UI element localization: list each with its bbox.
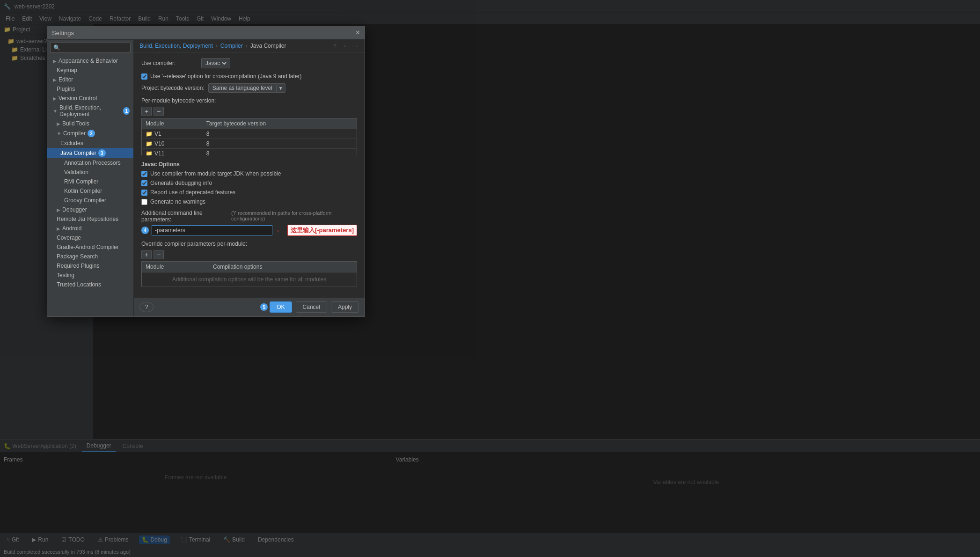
table-row[interactable]: 📁V11 8 xyxy=(142,149,357,156)
add-override-button[interactable]: + xyxy=(141,250,152,259)
nav-remote-jar[interactable]: Remote Jar Repositories xyxy=(47,214,133,224)
remove-override-button[interactable]: − xyxy=(154,250,164,259)
apply-button[interactable]: Apply xyxy=(331,301,359,313)
cmd-params-section: Additional command line parameters: ('/'… xyxy=(141,210,357,236)
settings-content: Build, Execution, Deployment › Compiler … xyxy=(134,40,365,316)
javac-check2-row: Generate debugging info xyxy=(141,180,357,186)
breadcrumb-bar: Build, Execution, Deployment › Compiler … xyxy=(134,40,365,52)
nav-build-tools[interactable]: ▶ Build Tools xyxy=(47,119,133,128)
cmd-params-input[interactable] xyxy=(152,225,272,235)
nav-required-plugins[interactable]: Required Plugins xyxy=(47,261,133,271)
nav-badge-compiler: 2 xyxy=(88,130,95,137)
settings-search-input[interactable] xyxy=(50,43,131,53)
nav-groovy-compiler[interactable]: Groovy Compiler xyxy=(47,196,133,205)
nav-android[interactable]: ▶ Android xyxy=(47,224,133,233)
use-compiler-select-wrapper[interactable]: Javac xyxy=(201,58,230,68)
dialog-close-button[interactable]: × xyxy=(356,29,360,37)
per-module-label: Per-module bytecode version: xyxy=(141,97,357,104)
override-table-empty-row: Additional compilation options will be t… xyxy=(142,272,357,287)
module-table-scroll[interactable]: Module Target bytecode version 📁V1 8 📁V1… xyxy=(141,118,357,155)
no-warnings-label: Generate no warnings xyxy=(150,198,205,205)
javac-check4-row: Generate no warnings xyxy=(141,198,357,205)
override-options-col: Compilation options xyxy=(209,262,357,272)
badge-4: 4 xyxy=(141,227,149,234)
nav-trusted-locations[interactable]: Trusted Locations xyxy=(47,280,133,289)
help-button[interactable]: ? xyxy=(139,302,154,312)
breadcrumb-sep1: › xyxy=(216,43,218,49)
folder-icon: 📁 xyxy=(146,131,153,137)
cmd-input-area: 4 ← 这里输入[-parameters] xyxy=(141,225,357,236)
dialog-title: Settings xyxy=(52,29,74,37)
deprecated-label: Report use of deprecated features xyxy=(150,189,235,196)
settings-nav: ▶ Appearance & Behavior Keymap ▶ Editor … xyxy=(47,40,134,316)
nav-package-search[interactable]: Package Search xyxy=(47,252,133,261)
nav-gradle-android[interactable]: Gradle-Android Compiler xyxy=(47,242,133,252)
ok-button-wrapper: 5 OK xyxy=(260,301,292,313)
nav-appearance[interactable]: ▶ Appearance & Behavior xyxy=(47,56,133,66)
add-module-button[interactable]: + xyxy=(141,107,152,116)
nav-debugger[interactable]: ▶ Debugger xyxy=(47,205,133,214)
no-warnings-checkbox[interactable] xyxy=(141,199,147,205)
override-section: Override compiler parameters per-module:… xyxy=(141,241,357,287)
nav-badge-java: 3 xyxy=(98,149,106,157)
bytecode-dropdown-arrow[interactable]: ▼ xyxy=(276,85,285,92)
override-table-toolbar: + − xyxy=(141,250,357,259)
cross-compile-checkbox[interactable] xyxy=(141,73,147,80)
module-table: Module Target bytecode version 📁V1 8 📁V1… xyxy=(141,118,357,155)
folder-icon: 📁 xyxy=(146,150,153,155)
nav-plugins[interactable]: Plugins xyxy=(47,84,133,94)
use-compiler-select[interactable]: Javac xyxy=(204,59,228,67)
nav-coverage[interactable]: Coverage xyxy=(47,233,133,242)
cmd-params-label-row: Additional command line parameters: ('/'… xyxy=(141,210,357,223)
breadcrumb-sep2: › xyxy=(246,43,248,49)
nav-rmi-compiler[interactable]: RMI Compiler xyxy=(47,177,133,186)
nav-build-execution[interactable]: ▼ Build, Execution, Deployment 1 xyxy=(47,103,133,119)
nav-testing[interactable]: Testing xyxy=(47,271,133,280)
debug-info-checkbox[interactable] xyxy=(141,180,147,186)
dialog-title-bar: Settings × xyxy=(47,26,365,40)
nav-version-control[interactable]: ▶ Version Control xyxy=(47,94,133,103)
override-table: Module Compilation options Additional co… xyxy=(141,261,357,287)
use-compiler-row: Use compiler: Javac xyxy=(141,58,357,68)
nav-keymap[interactable]: Keymap xyxy=(47,66,133,75)
nav-annotation-processors[interactable]: Annotation Processors xyxy=(47,158,133,168)
use-module-jdk-label: Use compiler from module target JDK when… xyxy=(150,170,281,177)
dialog-footer: ? 5 OK Cancel Apply xyxy=(134,297,365,316)
javac-check1-row: Use compiler from module target JDK when… xyxy=(141,170,357,177)
override-empty-message: Additional compilation options will be t… xyxy=(142,272,357,287)
content-inner: Use compiler: Javac Use '--release' opti… xyxy=(134,52,365,297)
cmd-params-label: Additional command line parameters: xyxy=(141,210,227,223)
ok-button[interactable]: OK xyxy=(270,301,292,313)
nav-back-icon[interactable]: ← xyxy=(343,43,349,49)
badge-5: 5 xyxy=(260,303,268,311)
use-compiler-label: Use compiler: xyxy=(141,60,197,66)
arrow-icon: ▼ xyxy=(53,109,58,114)
nav-compiler[interactable]: ▼ Compiler 2 xyxy=(47,128,133,139)
module-table-toolbar: + − xyxy=(141,107,357,116)
nav-excludes[interactable]: Excludes xyxy=(47,139,133,148)
table-row[interactable]: 📁V10 8 xyxy=(142,139,357,149)
breadcrumb-menu-icon[interactable]: ≡ xyxy=(333,43,336,49)
annotation-text: 这里输入[-parameters] xyxy=(287,225,357,236)
bytecode-select[interactable]: Same as language level ▼ xyxy=(208,83,285,93)
use-module-jdk-checkbox[interactable] xyxy=(141,171,147,177)
remove-module-button[interactable]: − xyxy=(154,107,164,116)
dialog-body: ▶ Appearance & Behavior Keymap ▶ Editor … xyxy=(47,40,365,316)
breadcrumb-build[interactable]: Build, Execution, Deployment xyxy=(139,43,213,49)
nav-validation[interactable]: Validation xyxy=(47,168,133,177)
table-row[interactable]: 📁V1 8 xyxy=(142,129,357,139)
nav-java-compiler[interactable]: Java Compiler 3 xyxy=(47,148,133,158)
breadcrumb-compiler[interactable]: Compiler xyxy=(220,43,243,49)
arrow-icon: ▶ xyxy=(53,59,57,64)
cross-compile-label: Use '--release' option for cross-compila… xyxy=(150,73,301,80)
debug-info-label: Generate debugging info xyxy=(150,180,212,186)
deprecated-checkbox[interactable] xyxy=(141,190,147,196)
nav-kotlin-compiler[interactable]: Kotlin Compiler xyxy=(47,186,133,196)
nav-editor[interactable]: ▶ Editor xyxy=(47,75,133,84)
cancel-button[interactable]: Cancel xyxy=(296,301,327,313)
nav-forward-icon[interactable]: → xyxy=(353,43,359,49)
override-label: Override compiler parameters per-module: xyxy=(141,241,357,247)
arrow-icon: ▶ xyxy=(57,207,60,213)
cmd-params-hint: ('/' recommended in paths for cross-plat… xyxy=(231,210,357,221)
bytecode-col-header: Target bytecode version xyxy=(203,118,357,129)
